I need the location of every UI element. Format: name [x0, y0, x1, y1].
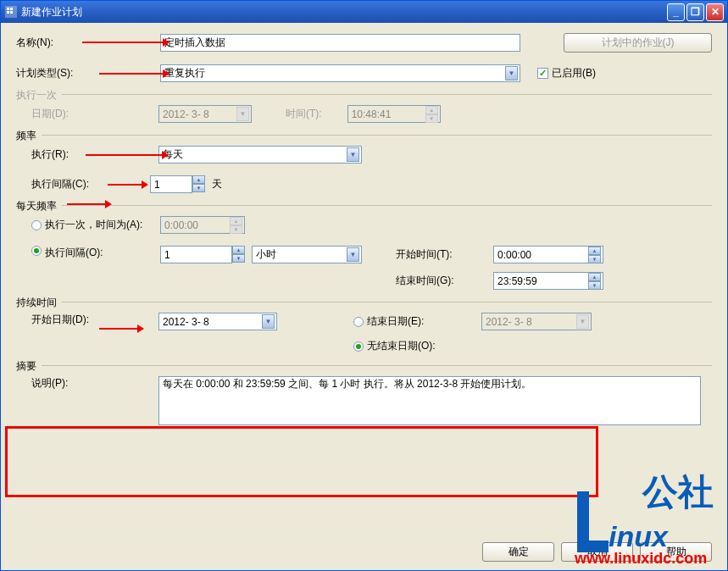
execute-select[interactable]: 每天 ▼	[158, 146, 362, 164]
summary-desc-label: 说明(P):	[16, 376, 158, 391]
daily-end-spinner[interactable]: 23:59:59 ▲▼	[493, 272, 603, 290]
daily-once-row: 执行一次，时间为(A): 0:00:00 ▲▼	[16, 216, 712, 234]
chevron-down-icon[interactable]: ▼	[262, 314, 275, 329]
svg-text:公社: 公社	[642, 472, 714, 512]
daily-interval-radio[interactable]	[31, 246, 42, 256]
summary-textarea[interactable]	[158, 376, 701, 425]
once-time-value: 10:48:41	[352, 108, 392, 120]
schedule-type-row: 计划类型(S): 重复执行 ▼ ✓ 已启用(B)	[16, 64, 712, 82]
cancel-button[interactable]: 取消	[561, 542, 633, 562]
once-fieldset: 执行一次 日期(D): 2012- 3- 8 ▼ 时间(T): 10:48:41…	[16, 94, 712, 123]
daily-interval-input[interactable]	[160, 246, 232, 263]
end-date-value: 2012- 3- 8	[486, 316, 532, 328]
spinner-down-icon: ▼	[425, 114, 438, 123]
footer-buttons: 确定 取消 帮助	[482, 542, 712, 562]
start-date-select[interactable]: 2012- 3- 8 ▼	[158, 313, 277, 330]
titlebar[interactable]: 新建作业计划 _ ❐ ✕	[1, 1, 727, 23]
chevron-down-icon: ▼	[236, 107, 249, 121]
daily-interval-label: 执行间隔(O):	[45, 246, 160, 260]
end-date-radio[interactable]	[353, 317, 364, 327]
spinner-up-icon[interactable]: ▲	[588, 273, 601, 281]
no-end-radio[interactable]	[353, 341, 364, 352]
spinner-down-icon: ▼	[230, 225, 242, 234]
daily-start-label: 开始时间(T):	[396, 247, 493, 262]
enabled-checkbox[interactable]: ✓	[537, 68, 548, 79]
app-icon	[4, 5, 18, 19]
summary-row: 说明(P):	[16, 376, 712, 425]
interval-spinner[interactable]: ▲▼	[150, 175, 205, 193]
summary-legend: 摘要	[16, 359, 42, 374]
daily-start-spinner[interactable]: 0:00:00 ▲▼	[493, 246, 603, 263]
chevron-down-icon[interactable]: ▼	[347, 247, 359, 262]
enabled-label: 已启用(B)	[552, 66, 596, 80]
schedule-type-select[interactable]: 重复执行 ▼	[160, 64, 520, 82]
interval-row: 执行间隔(C): ▲▼ 天	[16, 175, 712, 193]
daily-interval-spinner[interactable]: ▲▼	[160, 246, 245, 263]
spinner-down-icon[interactable]: ▼	[232, 254, 245, 263]
duration-legend: 持续时间	[16, 296, 62, 310]
daily-end-value: 23:59:59	[497, 275, 537, 287]
highlight-box	[5, 426, 598, 497]
daily-once-radio[interactable]	[31, 220, 42, 230]
once-legend: 执行一次	[16, 88, 62, 103]
chevron-down-icon[interactable]: ▼	[347, 147, 359, 162]
daily-fieldset: 每天频率 执行一次，时间为(A): 0:00:00 ▲▼ 执行间隔(O): ▲▼	[16, 205, 712, 290]
duration-fieldset: 持续时间 开始日期(D): 2012- 3- 8 ▼ 结束日期(E): 2012…	[16, 302, 712, 353]
once-time-spinner: 10:48:41 ▲▼	[347, 105, 441, 123]
end-date-select: 2012- 3- 8 ▼	[481, 313, 592, 330]
chevron-down-icon[interactable]: ▼	[505, 66, 518, 80]
spinner-up-icon: ▲	[230, 217, 242, 225]
interval-unit: 天	[212, 177, 222, 191]
spinner-up-icon[interactable]: ▲	[192, 175, 205, 184]
daily-end-label: 结束时间(G):	[396, 274, 493, 288]
execute-row: 执行(R): 每天 ▼	[16, 146, 712, 164]
interval-input[interactable]	[150, 175, 192, 193]
spinner-down-icon[interactable]: ▼	[192, 184, 205, 192]
daily-interval-unit: 小时	[256, 247, 276, 262]
spinner-up-icon[interactable]: ▲	[588, 247, 601, 255]
restore-button[interactable]: ❐	[686, 3, 704, 21]
once-date-row: 日期(D): 2012- 3- 8 ▼ 时间(T): 10:48:41 ▲▼	[16, 105, 712, 123]
dialog-window: 新建作业计划 _ ❐ ✕ 名称(N): 计划中的作业(J) 计划类型(S): 重…	[0, 0, 728, 571]
spinner-up-icon: ▲	[425, 106, 438, 114]
svg-rect-4	[10, 11, 13, 14]
frequency-legend: 频率	[16, 129, 42, 143]
window-title: 新建作业计划	[21, 5, 667, 19]
daily-once-label: 执行一次，时间为(A):	[45, 218, 160, 232]
name-input[interactable]	[160, 34, 520, 52]
spinner-up-icon[interactable]: ▲	[232, 246, 245, 254]
daily-interval-row: 执行间隔(O): ▲▼ 小时 ▼ 开始时间(T): 0:00:00	[16, 246, 712, 290]
once-date-value: 2012- 3- 8	[163, 108, 209, 120]
svg-rect-1	[7, 8, 9, 10]
daily-once-time: 0:00:00	[164, 219, 198, 231]
frequency-fieldset: 频率 执行(R): 每天 ▼ 执行间隔(C): ▲▼ 天	[16, 135, 712, 193]
daily-interval-unit-select[interactable]: 小时 ▼	[252, 246, 362, 263]
minimize-button[interactable]: _	[667, 3, 685, 21]
chevron-down-icon: ▼	[576, 314, 589, 329]
end-date-label: 结束日期(E):	[367, 314, 481, 329]
active-jobs-button[interactable]: 计划中的作业(J)	[564, 33, 712, 53]
summary-fieldset: 摘要 说明(P):	[16, 365, 712, 425]
once-date-select: 2012- 3- 8 ▼	[158, 105, 252, 123]
no-end-label: 无结束日期(O):	[367, 339, 436, 353]
help-button[interactable]: 帮助	[640, 542, 712, 562]
svg-rect-3	[7, 11, 9, 14]
start-date-value: 2012- 3- 8	[163, 316, 209, 328]
spinner-down-icon[interactable]: ▼	[588, 255, 601, 263]
dialog-content: 名称(N): 计划中的作业(J) 计划类型(S): 重复执行 ▼ ✓ 已启用(B…	[1, 23, 727, 570]
window-controls: _ ❐ ✕	[667, 3, 724, 21]
ok-button[interactable]: 确定	[482, 542, 554, 562]
daily-once-time-spinner: 0:00:00 ▲▼	[160, 216, 245, 234]
duration-row: 开始日期(D): 2012- 3- 8 ▼ 结束日期(E): 2012- 3- …	[16, 313, 712, 353]
daily-legend: 每天频率	[16, 199, 62, 213]
name-row: 名称(N): 计划中的作业(J)	[16, 33, 712, 53]
once-date-label: 日期(D):	[16, 107, 158, 121]
daily-start-value: 0:00:00	[497, 249, 531, 261]
spinner-down-icon[interactable]: ▼	[588, 281, 601, 290]
once-time-label: 时间(T):	[286, 107, 322, 121]
close-button[interactable]: ✕	[706, 3, 724, 21]
svg-rect-2	[10, 8, 13, 10]
